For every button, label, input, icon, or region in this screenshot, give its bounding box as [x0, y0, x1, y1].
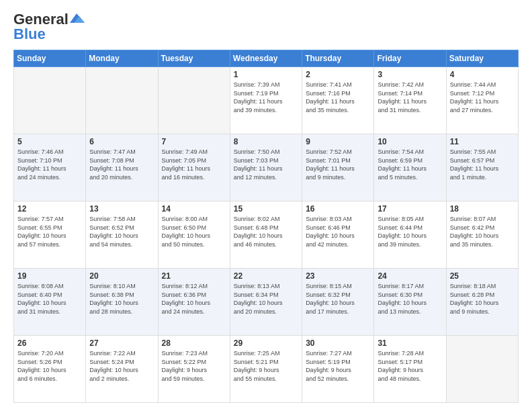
day-info: Sunrise: 8:05 AM Sunset: 6:44 PM Dayligh…: [378, 215, 442, 248]
calendar-cell: 10Sunrise: 7:54 AM Sunset: 6:59 PM Dayli…: [374, 134, 446, 201]
day-info: Sunrise: 7:54 AM Sunset: 6:59 PM Dayligh…: [378, 148, 442, 181]
calendar-cell: 18Sunrise: 8:07 AM Sunset: 6:42 PM Dayli…: [446, 201, 518, 269]
logo-blue-text: Blue: [13, 26, 46, 43]
day-number: 9: [306, 137, 370, 146]
header: General Blue: [13, 11, 519, 43]
day-number: 22: [234, 271, 298, 281]
day-info: Sunrise: 7:25 AM Sunset: 5:21 PM Dayligh…: [234, 349, 298, 383]
day-number: 24: [378, 271, 442, 281]
calendar-cell: 29Sunrise: 7:25 AM Sunset: 5:21 PM Dayli…: [230, 336, 302, 403]
calendar-cell: 3Sunrise: 7:42 AM Sunset: 7:14 PM Daylig…: [374, 67, 446, 134]
day-number: 19: [17, 271, 82, 281]
calendar-table: SundayMondayTuesdayWednesdayThursdayFrid…: [13, 50, 519, 403]
page: General Blue SundayMondayTuesdayWednesda…: [0, 0, 532, 411]
calendar-cell: 1Sunrise: 7:39 AM Sunset: 7:19 PM Daylig…: [230, 67, 302, 134]
week-row-1: 1Sunrise: 7:39 AM Sunset: 7:19 PM Daylig…: [14, 67, 519, 134]
weekday-header-sunday: Sunday: [14, 50, 86, 67]
day-number: 16: [306, 204, 370, 214]
week-row-3: 12Sunrise: 7:57 AM Sunset: 6:55 PM Dayli…: [14, 201, 519, 269]
calendar-cell: 20Sunrise: 8:10 AM Sunset: 6:38 PM Dayli…: [86, 269, 158, 336]
day-info: Sunrise: 8:07 AM Sunset: 6:42 PM Dayligh…: [450, 215, 515, 248]
calendar-cell: [446, 336, 518, 403]
day-number: 14: [162, 204, 226, 214]
day-number: 21: [162, 271, 226, 281]
day-number: 12: [17, 204, 82, 214]
calendar-cell: 16Sunrise: 8:03 AM Sunset: 6:46 PM Dayli…: [302, 201, 374, 269]
calendar-cell: 21Sunrise: 8:12 AM Sunset: 6:36 PM Dayli…: [158, 269, 230, 336]
day-number: 13: [89, 204, 154, 214]
weekday-header-tuesday: Tuesday: [158, 50, 230, 67]
day-number: 17: [378, 204, 442, 214]
calendar-cell: 14Sunrise: 8:00 AM Sunset: 6:50 PM Dayli…: [158, 201, 230, 269]
day-info: Sunrise: 7:39 AM Sunset: 7:19 PM Dayligh…: [234, 81, 298, 114]
day-info: Sunrise: 8:00 AM Sunset: 6:50 PM Dayligh…: [162, 215, 226, 248]
day-number: 27: [89, 338, 154, 348]
day-number: 20: [89, 271, 154, 281]
day-info: Sunrise: 8:10 AM Sunset: 6:38 PM Dayligh…: [89, 282, 154, 316]
day-number: 11: [450, 137, 515, 146]
day-number: 4: [450, 70, 515, 79]
day-info: Sunrise: 8:12 AM Sunset: 6:36 PM Dayligh…: [162, 282, 226, 316]
day-number: 7: [162, 137, 226, 146]
calendar-cell: 26Sunrise: 7:20 AM Sunset: 5:26 PM Dayli…: [14, 336, 86, 403]
calendar-cell: 22Sunrise: 8:13 AM Sunset: 6:34 PM Dayli…: [230, 269, 302, 336]
calendar-cell: 4Sunrise: 7:44 AM Sunset: 7:12 PM Daylig…: [446, 67, 518, 134]
calendar-cell: 23Sunrise: 8:15 AM Sunset: 6:32 PM Dayli…: [302, 269, 374, 336]
day-number: 10: [378, 137, 442, 146]
calendar-cell: 27Sunrise: 7:22 AM Sunset: 5:24 PM Dayli…: [86, 336, 158, 403]
day-number: 28: [162, 338, 226, 348]
calendar-cell: [86, 67, 158, 134]
day-info: Sunrise: 8:08 AM Sunset: 6:40 PM Dayligh…: [17, 282, 82, 316]
weekday-header-monday: Monday: [86, 50, 158, 67]
day-number: 1: [234, 70, 298, 79]
logo: General Blue: [13, 11, 85, 43]
calendar-cell: [158, 67, 230, 134]
calendar-cell: 9Sunrise: 7:52 AM Sunset: 7:01 PM Daylig…: [302, 134, 374, 201]
calendar-cell: 12Sunrise: 7:57 AM Sunset: 6:55 PM Dayli…: [14, 201, 86, 269]
day-info: Sunrise: 7:27 AM Sunset: 5:19 PM Dayligh…: [306, 349, 370, 383]
logo-icon: [70, 13, 85, 24]
calendar-cell: 31Sunrise: 7:28 AM Sunset: 5:17 PM Dayli…: [374, 336, 446, 403]
day-number: 15: [234, 204, 298, 214]
day-info: Sunrise: 8:15 AM Sunset: 6:32 PM Dayligh…: [306, 282, 370, 316]
day-number: 31: [378, 338, 442, 348]
week-row-2: 5Sunrise: 7:46 AM Sunset: 7:10 PM Daylig…: [14, 134, 519, 201]
calendar-cell: 17Sunrise: 8:05 AM Sunset: 6:44 PM Dayli…: [374, 201, 446, 269]
calendar-cell: 7Sunrise: 7:49 AM Sunset: 7:05 PM Daylig…: [158, 134, 230, 201]
weekday-header-row: SundayMondayTuesdayWednesdayThursdayFrid…: [14, 50, 519, 67]
day-number: 30: [306, 338, 370, 348]
week-row-4: 19Sunrise: 8:08 AM Sunset: 6:40 PM Dayli…: [14, 269, 519, 336]
day-info: Sunrise: 7:58 AM Sunset: 6:52 PM Dayligh…: [89, 215, 154, 248]
day-info: Sunrise: 7:47 AM Sunset: 7:08 PM Dayligh…: [89, 148, 154, 181]
day-number: 2: [306, 70, 370, 79]
calendar-cell: 25Sunrise: 8:18 AM Sunset: 6:28 PM Dayli…: [446, 269, 518, 336]
day-number: 8: [234, 137, 298, 146]
day-info: Sunrise: 7:23 AM Sunset: 5:22 PM Dayligh…: [162, 349, 226, 383]
calendar-cell: 15Sunrise: 8:02 AM Sunset: 6:48 PM Dayli…: [230, 201, 302, 269]
day-info: Sunrise: 7:57 AM Sunset: 6:55 PM Dayligh…: [17, 215, 82, 248]
day-info: Sunrise: 7:49 AM Sunset: 7:05 PM Dayligh…: [162, 148, 226, 181]
weekday-header-saturday: Saturday: [446, 50, 518, 67]
day-info: Sunrise: 8:02 AM Sunset: 6:48 PM Dayligh…: [234, 215, 298, 248]
day-info: Sunrise: 7:55 AM Sunset: 6:57 PM Dayligh…: [450, 148, 515, 181]
weekday-header-thursday: Thursday: [302, 50, 374, 67]
day-info: Sunrise: 7:50 AM Sunset: 7:03 PM Dayligh…: [234, 148, 298, 181]
day-number: 18: [450, 204, 515, 214]
day-number: 3: [378, 70, 442, 79]
calendar-cell: 30Sunrise: 7:27 AM Sunset: 5:19 PM Dayli…: [302, 336, 374, 403]
day-info: Sunrise: 7:20 AM Sunset: 5:26 PM Dayligh…: [17, 349, 82, 383]
day-info: Sunrise: 7:52 AM Sunset: 7:01 PM Dayligh…: [306, 148, 370, 181]
day-info: Sunrise: 7:42 AM Sunset: 7:14 PM Dayligh…: [378, 81, 442, 114]
week-row-5: 26Sunrise: 7:20 AM Sunset: 5:26 PM Dayli…: [14, 336, 519, 403]
calendar-cell: 13Sunrise: 7:58 AM Sunset: 6:52 PM Dayli…: [86, 201, 158, 269]
day-info: Sunrise: 7:46 AM Sunset: 7:10 PM Dayligh…: [17, 148, 82, 181]
calendar-cell: 24Sunrise: 8:17 AM Sunset: 6:30 PM Dayli…: [374, 269, 446, 336]
day-number: 29: [234, 338, 298, 348]
day-info: Sunrise: 7:44 AM Sunset: 7:12 PM Dayligh…: [450, 81, 515, 114]
weekday-header-wednesday: Wednesday: [230, 50, 302, 67]
day-number: 26: [17, 338, 82, 348]
calendar-cell: 8Sunrise: 7:50 AM Sunset: 7:03 PM Daylig…: [230, 134, 302, 201]
day-info: Sunrise: 8:13 AM Sunset: 6:34 PM Dayligh…: [234, 282, 298, 316]
day-info: Sunrise: 7:41 AM Sunset: 7:16 PM Dayligh…: [306, 81, 370, 114]
day-info: Sunrise: 8:18 AM Sunset: 6:28 PM Dayligh…: [450, 282, 515, 316]
